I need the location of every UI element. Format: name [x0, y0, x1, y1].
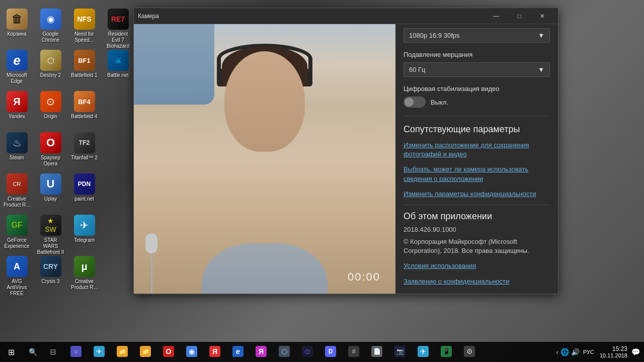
opera-tb-icon: O [163, 346, 174, 357]
basket-icon: 🗑 [7, 9, 28, 30]
expand-tray-icon[interactable]: ‹ [556, 348, 558, 356]
task-view-button[interactable]: ⊟ [43, 342, 63, 362]
taskbar-app-phone[interactable]: 📱 [435, 342, 457, 362]
obs-tb-icon: ⊙ [302, 346, 313, 357]
desktop-icon-starwars[interactable]: ★ SW STAR WARS Battlefront II [34, 212, 67, 252]
camera-timestamp: 00:00 [348, 270, 380, 284]
divider-1 [404, 116, 550, 116]
taskbar-app-chrome[interactable]: ◉ [181, 342, 203, 362]
titanfall-icon: TF2 [74, 132, 95, 153]
notification-icon[interactable]: 💬 [631, 348, 640, 356]
desktop-icon-bf1[interactable]: BF1 Battlefield 1 [68, 47, 101, 87]
origin-icon: ⊙ [40, 91, 61, 112]
photos-tb-icon: 📷 [394, 346, 406, 357]
desktop-icon-avg[interactable]: A AVG AntiVirus FREE [1, 253, 33, 293]
taskbar-app-opera[interactable]: O [157, 342, 180, 362]
mic-stand [151, 253, 152, 294]
desktop-icon-creative[interactable]: CR Creative Product R... [1, 170, 33, 211]
start-button[interactable]: ⊞ [0, 342, 23, 362]
desktop-icon-telegram[interactable]: ✈ Telegram [68, 212, 101, 252]
destiny-icon: ⬡ [40, 50, 61, 71]
system-clock[interactable]: 15:23 10.11.2018 [598, 345, 629, 358]
paint-label: paint.net [74, 196, 94, 202]
person-body [202, 243, 328, 294]
flicker-select[interactable]: 60 Гц ▼ [404, 62, 550, 77]
files-tb-icon: 📄 [371, 346, 382, 357]
taskbar-app-special[interactable]: ⬡ [273, 342, 295, 362]
desktop-icon-crysis[interactable]: CRY Crysis 3 [34, 253, 67, 293]
search-button[interactable]: 🔍 [23, 342, 43, 362]
network-icon[interactable]: 🌐 [560, 348, 569, 356]
desktop-icon-nfs[interactable]: NFS Need for Speed... [68, 6, 101, 46]
desktop-icon-chrome[interactable]: ◉ Google Chrome [34, 6, 67, 46]
maximize-button[interactable]: □ [508, 8, 531, 24]
desktop-icon-paint[interactable]: PDN paint.net [68, 170, 101, 211]
language-indicator[interactable]: РУС [582, 349, 596, 355]
battle-label: Battle.net [107, 72, 128, 78]
task-view-icon: ⊟ [50, 347, 56, 356]
privacy-settings-link[interactable]: Изменить параметры конфиденциальности [404, 190, 550, 199]
chrome-label: Google Chrome [36, 31, 65, 43]
desktop-icon-uplay[interactable]: U Uplay [34, 170, 67, 211]
taskbar-app-calc[interactable]: # [343, 342, 365, 362]
minimize-button[interactable]: — [485, 8, 508, 24]
starwars-icon: ★ SW [40, 215, 61, 236]
desktop-icon-destiny2[interactable]: ⬡ Destiny 2 [34, 47, 67, 87]
location-access-link[interactable]: Выбрать, может ли камера использовать св… [404, 165, 550, 183]
taskbar-app-cortana[interactable]: ○ [65, 342, 87, 362]
desktop-icon-opera[interactable]: O Spaysep Opera [34, 129, 67, 169]
taskbar-app-yandex[interactable]: Я [204, 342, 226, 362]
save-location-link[interactable]: Изменить расположение для сохранения фот… [404, 141, 550, 159]
taskbar-app-files[interactable]: 📄 [366, 342, 388, 362]
flicker-chevron-icon: ▼ [538, 66, 544, 73]
privacy-policy-link[interactable]: Заявление о конфиденциальности [404, 277, 550, 286]
about-version: 2018.426.90.1000 [404, 226, 550, 233]
uplay-icon: U [40, 173, 61, 195]
desktop-icon-titanfall[interactable]: TF2 Titanfall™ 2 [68, 129, 101, 169]
opera-label: Spaysep Opera [36, 155, 65, 167]
edge-tb-icon: e [232, 346, 244, 357]
desktop-icon-geforce[interactable]: GF GeForce Experience [1, 212, 33, 252]
desktop-icon-resident[interactable]: RE7 Resident Evil 7 Biohazard [102, 6, 134, 46]
taskbar-app-discord[interactable]: D [319, 342, 342, 362]
taskbar-app-obs[interactable]: ⊙ [296, 342, 318, 362]
desktop-icon-edge[interactable]: e Microsoft Edge [1, 47, 33, 87]
close-button[interactable]: ✕ [531, 8, 554, 24]
resolution-chevron-icon: ▼ [538, 32, 544, 39]
desktop-icon-origin[interactable]: ⊙ Origin [34, 88, 67, 128]
creative-icon: CR [7, 173, 28, 195]
edge-label: Microsoft Edge [3, 72, 31, 84]
taskbar-app-settings[interactable]: ⚙ [458, 342, 480, 362]
desktop-icon-steam[interactable]: ♨ Steam [1, 129, 33, 169]
toggle-knob [405, 98, 414, 107]
basket-label: Корзина [7, 31, 26, 37]
about-copyright: © Корпорация Майкрософт (Microsoft Corpo… [404, 237, 550, 255]
bf4-icon: BF4 [74, 91, 95, 112]
taskbar-app-yandex2[interactable]: Я [250, 342, 272, 362]
taskbar-app-photos[interactable]: 📷 [389, 342, 411, 362]
taskbar-app-telegram[interactable]: ✈ [88, 342, 110, 362]
resolution-select[interactable]: 1080p 16:9 30fps ▼ [404, 28, 550, 43]
crysis-label: Crysis 3 [41, 279, 59, 285]
resolution-value: 1080p 16:9 30fps [409, 32, 459, 39]
taskbar-app-edge[interactable]: e [227, 342, 249, 362]
crysis-icon: CRY [40, 256, 61, 277]
person-face-oval [224, 51, 305, 152]
desktop-icon-battle[interactable]: ⚔ Battle.net [102, 47, 134, 87]
person-face [214, 51, 315, 177]
desktop-icon-basket[interactable]: 🗑 Корзина [1, 6, 33, 46]
taskbar-app-explorer2[interactable]: 📁 [134, 342, 156, 362]
taskbar-app-telegram2[interactable]: ✈ [412, 342, 434, 362]
terms-link[interactable]: Условия использования [404, 261, 550, 270]
desktop-icon-bf4[interactable]: BF4 Battlefield 4 [68, 88, 101, 128]
taskbar-app-explorer[interactable]: 📁 [111, 342, 133, 362]
titanfall-label: Titanfall™ 2 [71, 155, 98, 161]
desktop-icons-area: 🗑 Корзина e Microsoft Edge Я Yandex ♨ St… [0, 0, 101, 332]
volume-icon[interactable]: 🔊 [571, 348, 580, 356]
desktop-icon-yandex[interactable]: Я Yandex [1, 88, 33, 128]
window-content: 00:00 1080p 16:9 30fps ▼ Подавление мерц… [134, 24, 558, 294]
stabilization-toggle[interactable] [404, 97, 426, 108]
desktop: 🗑 Корзина e Microsoft Edge Я Yandex ♨ St… [0, 0, 644, 362]
desktop-icon-utorrent[interactable]: μ Creative Product R... [68, 253, 101, 293]
stabilization-toggle-label: Выкл. [431, 99, 448, 106]
